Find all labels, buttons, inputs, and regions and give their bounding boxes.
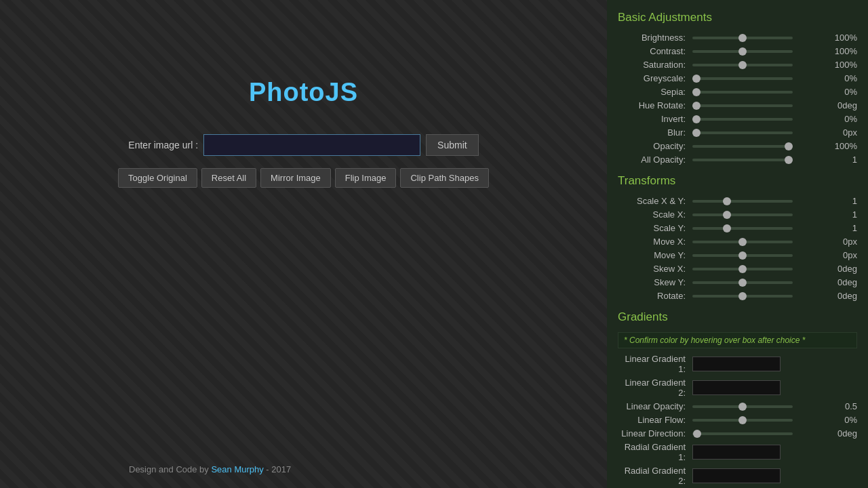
slider-container [692,50,829,53]
control-value: 0deg [829,100,857,110]
control-label: Linear Gradient 2: [618,378,692,398]
control-label: Linear Gradient 1: [618,354,692,374]
control-slider[interactable] [692,254,793,257]
control-label: Move Y: [618,250,692,260]
basic-control-row: Sepia: 0% [618,87,857,97]
control-value: 0deg [829,428,857,439]
control-slider[interactable] [692,295,793,298]
slider-container [692,104,829,107]
control-value: 0px [829,127,857,138]
control-slider[interactable] [692,268,793,270]
control-value: 100% [829,46,857,56]
transform-control-row: Scale Y: 1 [618,223,857,233]
control-label: Invert: [618,114,692,124]
gradient-control-row: Radial Gradient 2: [618,466,857,486]
transform-control-row: Scale X: 1 [618,209,857,220]
mirror-image-button[interactable]: Mirror Image [260,168,331,188]
control-slider[interactable] [692,405,793,408]
control-label: Blur: [618,127,692,138]
control-slider[interactable] [692,131,793,134]
control-label: Radial Gradient 1: [618,442,692,462]
basic-adjustments-title: Basic Adjustments [618,11,857,24]
control-label: Scale X & Y: [618,196,692,206]
control-value: 1 [829,209,857,220]
control-value: 1 [829,196,857,206]
basic-control-row: Brightness: 100% [618,33,857,43]
control-slider[interactable] [692,145,793,148]
control-label: Move X: [618,237,692,247]
url-row: Enter image url : Submit [128,134,478,156]
transform-control-row: Scale X & Y: 1 [618,196,857,206]
slider-container [692,419,829,422]
slider-container [692,118,829,121]
right-panel: Basic Adjustments Brightness: 100% Contr… [607,0,868,488]
slider-container [692,227,829,230]
control-label: Scale Y: [618,223,692,233]
control-label: Brightness: [618,33,692,43]
slider-container [692,91,829,94]
transform-control-row: Move X: 0px [618,237,857,247]
basic-control-row: Contrast: 100% [618,46,857,56]
gradient-control-row: Linear Direction: 0deg [618,428,857,439]
transform-control-row: Skew Y: 0deg [618,277,857,287]
transforms-title: Transforms [618,174,857,188]
author-link[interactable]: Sean Murphy [211,464,263,474]
transform-controls: Scale X & Y: 1 Scale X: 1 Scale Y: 1 Mov… [618,196,857,301]
control-value: 0deg [829,264,857,274]
control-value: 0.5 [829,401,857,411]
slider-container [692,214,829,216]
control-slider[interactable] [692,159,793,161]
control-slider[interactable] [692,281,793,284]
control-slider[interactable] [692,118,793,121]
color-picker-box[interactable] [692,357,781,371]
slider-container [692,64,829,66]
color-picker-box[interactable] [692,468,781,483]
control-slider[interactable] [692,104,793,107]
control-slider[interactable] [692,50,793,53]
control-slider[interactable] [692,214,793,216]
control-value: 0deg [829,277,857,287]
control-slider[interactable] [692,432,793,435]
control-slider[interactable] [692,37,793,39]
slider-container [692,241,829,243]
transform-control-row: Move Y: 0px [618,250,857,260]
left-panel: PhotoJS Enter image url : Submit Toggle … [0,0,607,488]
control-slider[interactable] [692,200,793,203]
slider-container [692,254,829,257]
control-value: 0px [829,250,857,260]
clip-path-shapes-button[interactable]: Clip Path Shapes [400,168,488,188]
control-value: 1 [829,155,857,165]
gradient-note: * Confirm color by hovering over box aft… [618,332,857,348]
color-picker-box[interactable] [692,445,781,460]
slider-container [692,37,829,39]
logo-js: JS [326,78,358,106]
reset-all-button[interactable]: Reset All [201,168,256,188]
basic-control-row: Saturation: 100% [618,60,857,70]
control-slider[interactable] [692,64,793,66]
toolbar: Toggle Original Reset All Mirror Image F… [118,168,489,188]
control-label: Scale X: [618,209,692,220]
slider-container [692,281,829,284]
control-slider[interactable] [692,419,793,422]
slider-container [692,432,829,435]
control-label: Linear Opacity: [618,401,692,411]
slider-container [692,77,829,80]
slider-container [692,405,829,408]
url-input[interactable] [203,134,420,156]
flip-image-button[interactable]: Flip Image [335,168,397,188]
control-label: All Opacity: [618,155,692,165]
control-slider[interactable] [692,227,793,230]
control-label: Rotate: [618,291,692,301]
toggle-original-button[interactable]: Toggle Original [118,168,197,188]
control-label: Sepia: [618,87,692,97]
gradient-control-row: Radial Gradient 1: [618,442,857,462]
control-slider[interactable] [692,77,793,80]
basic-control-row: Greyscale: 0% [618,73,857,83]
control-slider[interactable] [692,91,793,94]
control-value: 0deg [829,291,857,301]
slider-container [692,268,829,270]
color-picker-box[interactable] [692,380,781,395]
submit-button[interactable]: Submit [426,134,479,156]
control-label: Skew Y: [618,277,692,287]
control-slider[interactable] [692,241,793,243]
